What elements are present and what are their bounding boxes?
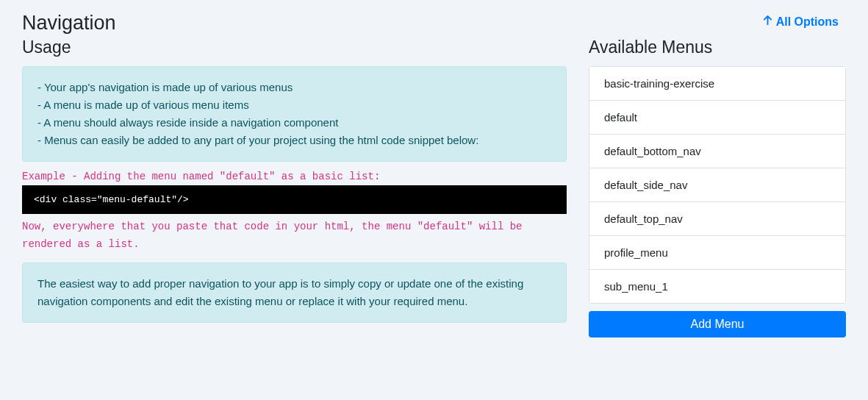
menu-list: basic-training-exercise default default_… (589, 66, 846, 304)
example-label: Example - Adding the menu named "default… (22, 171, 567, 182)
usage-bullet: - A menu should always reside inside a n… (37, 114, 551, 132)
menu-list-item[interactable]: default (589, 101, 845, 135)
menu-list-item[interactable]: sub_menu_1 (589, 270, 845, 303)
all-options-label: All Options (776, 15, 839, 29)
menu-list-item[interactable]: default_side_nav (589, 168, 845, 202)
all-options-link[interactable]: All Options (762, 15, 839, 29)
menu-list-item[interactable]: default_top_nav (589, 202, 845, 236)
usage-info-box: - Your app's navigation is made up of va… (22, 66, 567, 162)
usage-bullet: - Your app's navigation is made up of va… (37, 79, 551, 96)
tip-box: The easiest way to add proper navigation… (22, 262, 567, 323)
menu-list-item[interactable]: default_bottom_nav (589, 135, 845, 168)
add-menu-button[interactable]: Add Menu (589, 311, 846, 338)
arrow-up-icon (762, 15, 773, 29)
menu-list-item[interactable]: profile_menu (589, 236, 845, 270)
menu-list-item[interactable]: basic-training-exercise (589, 67, 845, 101)
post-code-text: Now, everywhere that you paste that code… (22, 218, 567, 254)
tip-text: The easiest way to add proper navigation… (37, 275, 551, 310)
usage-bullet: - A menu is made up of various menu item… (37, 96, 551, 114)
usage-title: Usage (22, 38, 567, 57)
page-title: Navigation (22, 12, 846, 35)
usage-bullet: - Menus can easily be added to any part … (37, 132, 551, 149)
available-menus-title: Available Menus (589, 38, 846, 57)
code-snippet: <div class="menu-default"/> (22, 185, 567, 214)
